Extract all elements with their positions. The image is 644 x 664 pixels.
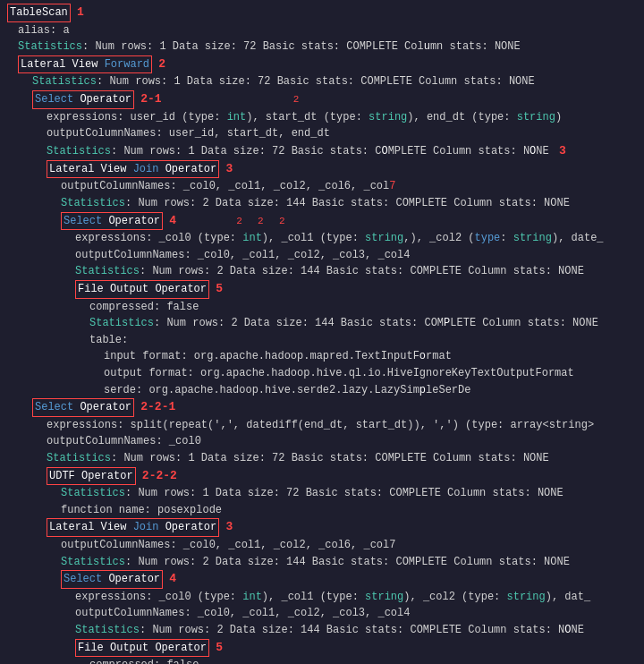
line-expr-1: expressions: user_id (type: int), start_… xyxy=(0,109,644,126)
select-op-2-2-1-box: Select Operator xyxy=(32,398,134,417)
line-select-4a: Select Operator 4 2 2 2 xyxy=(0,212,644,231)
annotation-2-2-right2: 2 xyxy=(258,216,264,226)
line-select-4b: Select Operator 4 xyxy=(0,570,644,589)
annotation-2-2-right: 2 xyxy=(236,216,242,226)
annotation-2-2-1: 2-2-1 xyxy=(140,400,175,413)
stats-rest-1: mn stats: NONE xyxy=(430,40,521,53)
line-stats-1: Statistics: Num rows: 1 Data size: 72 Ba… xyxy=(0,38,644,55)
annotation-1: 1 xyxy=(77,5,84,19)
annotation-2-right: 2 xyxy=(293,94,300,105)
line-expr-3: expressions: _col0 (type: int), _col1 (t… xyxy=(0,589,644,606)
line-serde-1: serde: org.apache.hadoop.hive.serde2.laz… xyxy=(0,382,644,399)
line-lateral-view-forward: Lateral View Forward 2 xyxy=(0,55,644,74)
annotation-2-1: 2-1 xyxy=(140,92,161,106)
line-alias: alias: a xyxy=(0,22,644,39)
lateral-join-1-box: Lateral View Join Operator xyxy=(47,160,219,179)
select-op-4a-box: Select Operator xyxy=(61,212,163,231)
line-stats-8: Statistics: Num rows: 1 Data size: 72 Ba… xyxy=(0,485,644,502)
line-stats-7: Statistics: Num rows: 1 Data size: 72 Ba… xyxy=(0,450,644,467)
annotation-2-2-right3: 2 xyxy=(279,216,285,226)
line-udtf: UDTF Operator 2-2-2 xyxy=(0,467,644,486)
annotation-3: 3 xyxy=(225,162,233,175)
line-file-output-1: File Output Operator 5 xyxy=(0,280,644,299)
line-stats-9: Statistics: Num rows: 2 Data size: 144 B… xyxy=(0,554,644,571)
file-output-2-box: File Output Operator xyxy=(75,639,209,658)
stats-keyword-2: Statistics xyxy=(32,75,97,88)
line-select-2-2-1: Select Operator 2-2-1 xyxy=(0,398,644,417)
line-output-2: outputColumnNames: _col0, _col1, _col2, … xyxy=(0,178,644,195)
line-function-name: function name: posexplode xyxy=(0,502,644,519)
line-expr-split: expressions: split(repeat(',', datediff(… xyxy=(0,417,644,434)
line-compressed-1: compressed: false xyxy=(0,299,644,316)
tablescan-box: TableScan xyxy=(7,4,71,22)
line-compressed-2: compressed: false xyxy=(0,657,644,664)
annotation-5b: 5 xyxy=(216,641,223,654)
line-tablescan: TableScan 1 xyxy=(0,4,644,22)
code-view: TableScan 1 alias: a Statistics: Num row… xyxy=(0,0,644,664)
line-stats-10: Statistics: Num rows: 2 Data size: 144 B… xyxy=(0,622,644,639)
annotation-5a: 5 xyxy=(216,282,223,295)
stats-keyword-1: Statistics xyxy=(18,40,82,53)
annotation-4a: 4 xyxy=(169,214,176,227)
annotation-3b: 3 xyxy=(225,520,233,533)
annotation-4b: 4 xyxy=(169,572,176,585)
line-select-2-1: Select Operator 2-1 2 xyxy=(0,90,644,109)
line-stats-5: Statistics: Num rows: 2 Data size: 144 B… xyxy=(0,263,644,280)
lateral-forward-box: Lateral View Forward xyxy=(18,55,152,74)
line-stats-6: Statistics: Num rows: 2 Data size: 144 B… xyxy=(0,315,644,332)
line-file-output-2: File Output Operator 5 xyxy=(0,639,644,658)
line-output-col0: outputColumnNames: _col0 xyxy=(0,433,644,450)
select-op-2-1-box: Select Operator xyxy=(32,90,134,109)
line-output-3: outputColumnNames: _col0, _col1, _col2, … xyxy=(0,247,644,264)
line-table-1: table: xyxy=(0,332,644,349)
file-output-1-box: File Output Operator xyxy=(75,280,209,299)
line-lateral-join-1: Lateral View Join Operator 3 xyxy=(0,160,644,179)
line-output-1: outputColumnNames: user_id, start_dt, en… xyxy=(0,125,644,142)
lateral-join-2-box: Lateral View Join Operator xyxy=(47,518,219,537)
annotation-2: 2 xyxy=(158,57,165,71)
line-input-format-1: input format: org.apache.hadoop.mapred.T… xyxy=(0,348,644,365)
line-stats-2: Statistics: Num rows: 1 Data size: 72 Ba… xyxy=(0,73,644,90)
line-output-5: outputColumnNames: _col0, _col1, _col2, … xyxy=(0,605,644,622)
stats-text-1: : Num rows: 1 Data size: 72 Basic stats:… xyxy=(82,40,424,53)
udtf-box: UDTF Operator xyxy=(47,467,136,486)
line-lateral-join-2: Lateral View Join Operator 3 xyxy=(0,518,644,537)
line-output-4: outputColumnNames: _col0, _col1, _col2, … xyxy=(0,537,644,554)
line-output-format-1: output format: org.apache.hadoop.hive.ql… xyxy=(0,365,644,382)
annotation-2-2-2: 2-2-2 xyxy=(142,469,177,482)
alias-text: alias: a xyxy=(18,24,70,37)
line-stats-4: Statistics: Num rows: 2 Data size: 144 B… xyxy=(0,195,644,212)
stats-col-1: u xyxy=(424,40,430,53)
select-op-4b-box: Select Operator xyxy=(61,570,163,589)
line-expr-2: expressions: _col0 (type: int), _col1 (t… xyxy=(0,230,644,247)
annotation-3-right: 3 xyxy=(559,144,566,157)
line-stats-3: Statistics: Num rows: 1 Data size: 72 Ba… xyxy=(0,142,644,160)
